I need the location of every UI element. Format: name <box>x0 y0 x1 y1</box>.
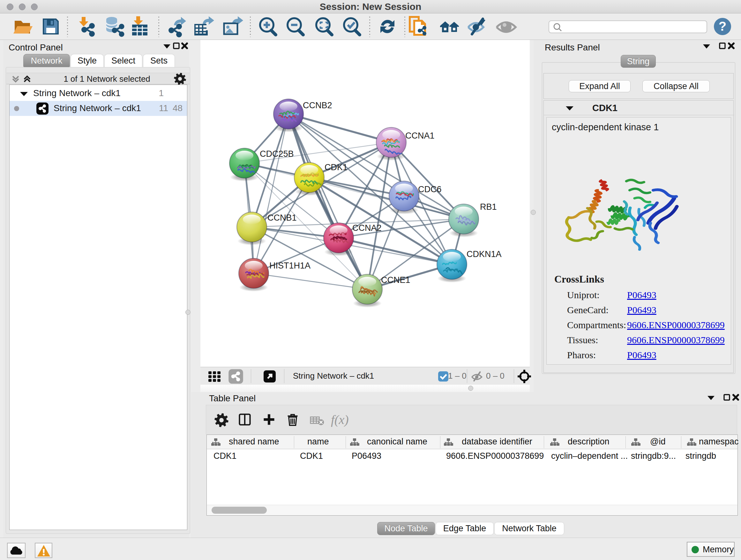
svg-text:CCNA2: CCNA2 <box>352 223 382 233</box>
svg-text:CDC25B: CDC25B <box>260 149 294 159</box>
svg-text:CCNA1: CCNA1 <box>405 131 434 140</box>
svg-text:CCNE1: CCNE1 <box>381 275 410 285</box>
svg-text:CCNB2: CCNB2 <box>303 101 332 110</box>
svg-text:CDC6: CDC6 <box>418 185 442 194</box>
svg-text:CDKN1A: CDKN1A <box>467 249 502 259</box>
svg-text:CDK1: CDK1 <box>325 163 347 172</box>
svg-text:RB1: RB1 <box>480 202 497 212</box>
svg-text:HIST1H1A: HIST1H1A <box>269 261 311 270</box>
svg-text:CCNB1: CCNB1 <box>267 213 297 223</box>
